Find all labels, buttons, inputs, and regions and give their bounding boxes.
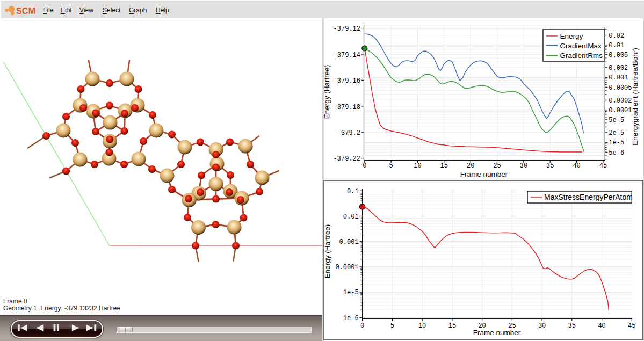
svg-text:-379.22: -379.22: [334, 155, 360, 163]
svg-text:0.005: 0.005: [609, 52, 628, 59]
svg-text:20: 20: [467, 162, 474, 170]
svg-text:GradientMax: GradientMax: [560, 42, 602, 50]
svg-text:5e-6: 5e-6: [609, 149, 624, 157]
svg-text:15: 15: [440, 162, 448, 170]
svg-text:5: 5: [389, 162, 393, 170]
svg-text:0.0002: 0.0002: [609, 97, 632, 105]
svg-text:0.001: 0.001: [609, 74, 628, 82]
svg-text:Energygradient (Hartree/Bohr): Energygradient (Hartree/Bohr): [631, 48, 639, 146]
svg-text:-379.2: -379.2: [337, 129, 360, 137]
svg-text:45: 45: [599, 162, 607, 170]
svg-text:25: 25: [493, 162, 501, 170]
svg-text:0.0001: 0.0001: [609, 107, 632, 114]
svg-text:-379.16: -379.16: [334, 77, 360, 85]
svg-text:0.01: 0.01: [609, 42, 624, 49]
svg-text:0.002: 0.002: [609, 64, 628, 72]
svg-text:0.0005: 0.0005: [609, 84, 632, 92]
svg-text:Energy (Hartree): Energy (Hartree): [323, 65, 331, 119]
svg-text:0: 0: [363, 162, 366, 170]
svg-text:30: 30: [520, 162, 527, 170]
svg-text:5e-5: 5e-5: [609, 117, 624, 124]
svg-text:10: 10: [414, 162, 421, 170]
svg-text:-379.18: -379.18: [334, 104, 360, 111]
svg-text:0.02: 0.02: [609, 32, 624, 40]
svg-text:-379.12: -379.12: [334, 25, 360, 33]
svg-text:40: 40: [573, 162, 580, 170]
svg-text:GradientRms: GradientRms: [560, 52, 603, 60]
svg-text:Frame number: Frame number: [460, 170, 508, 178]
svg-text:2e-5: 2e-5: [609, 129, 624, 137]
svg-text:Energy: Energy: [560, 32, 583, 40]
svg-text:-379.14: -379.14: [334, 52, 360, 59]
svg-text:35: 35: [546, 162, 554, 170]
svg-text:1e-5: 1e-5: [609, 139, 624, 147]
